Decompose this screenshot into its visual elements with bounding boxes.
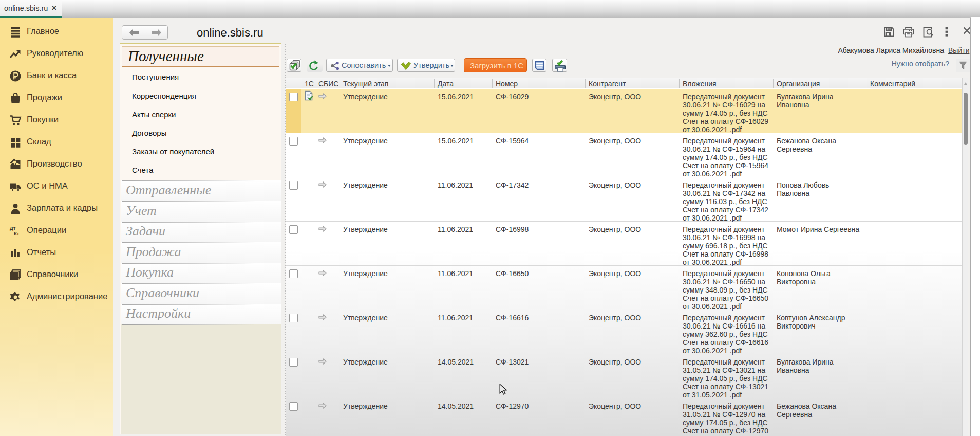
svg-text:Дт: Дт: [10, 225, 16, 231]
svg-text:Кт: Кт: [14, 231, 20, 237]
